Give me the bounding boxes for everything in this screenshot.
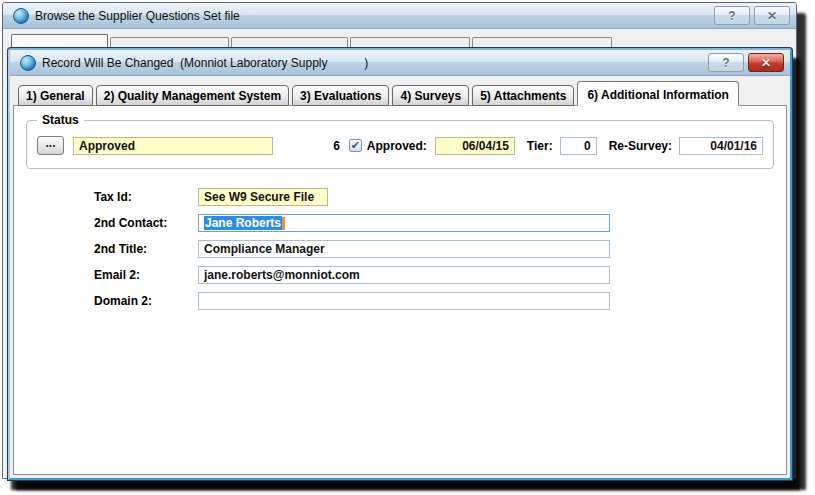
status-groupbox: Status ... Approved 6 ✔ Approved: 06/04/…	[26, 120, 774, 169]
screen: Browse the Supplier Questions Set file ?…	[0, 0, 815, 495]
additional-info-form: Tax Id: See W9 Secure File 2nd Contact: …	[14, 188, 786, 310]
second-contact-label: 2nd Contact:	[94, 216, 198, 230]
status-row: ... Approved 6 ✔ Approved: 06/04/15 Tier…	[37, 136, 763, 155]
text-caret	[282, 217, 285, 230]
tab-additional-information[interactable]: 6) Additional Information	[577, 81, 739, 106]
tab-quality-management-system[interactable]: 2) Quality Management System	[96, 85, 289, 106]
sequence-number: 6	[333, 139, 340, 153]
approved-date-field[interactable]: 06/04/15	[435, 137, 515, 155]
second-title-field[interactable]: Compliance Manager	[198, 240, 610, 258]
tab-attachments[interactable]: 5) Attachments	[472, 85, 574, 106]
approved-checkbox[interactable]: ✔	[349, 139, 362, 152]
second-contact-field[interactable]: Jane Roberts	[198, 214, 610, 232]
check-icon: ✔	[351, 140, 360, 151]
form-row: Domain 2:	[14, 292, 786, 310]
tab-bar: 1) General 2) Quality Management System …	[10, 76, 790, 105]
email2-field[interactable]: jane.roberts@monniot.com	[198, 266, 610, 284]
domain2-label: Domain 2:	[94, 294, 198, 308]
record-dialog-title: Record Will Be Changed (Monniot Laborato…	[42, 56, 704, 70]
resurvey-date-field[interactable]: 04/01/16	[679, 137, 763, 155]
close-button[interactable]: ✕	[748, 53, 784, 72]
status-groupbox-title: Status	[37, 113, 84, 127]
browse-window-title: Browse the Supplier Questions Set file	[35, 9, 710, 23]
app-icon	[13, 8, 29, 24]
app-icon	[20, 55, 36, 71]
form-row: 2nd Contact: Jane Roberts	[14, 214, 786, 232]
status-lookup-button[interactable]: ...	[37, 136, 64, 155]
approved-label: Approved:	[367, 139, 427, 153]
tier-label: Tier:	[527, 139, 553, 153]
email2-label: Email 2:	[94, 268, 198, 282]
tier-field[interactable]: 0	[560, 137, 597, 155]
browse-window-titlebar[interactable]: Browse the Supplier Questions Set file ?…	[3, 3, 796, 29]
tab-surveys[interactable]: 4) Surveys	[392, 85, 469, 106]
selected-text: Jane Roberts	[204, 216, 282, 230]
record-dialog-titlebar[interactable]: Record Will Be Changed (Monniot Laborato…	[10, 50, 790, 76]
form-row: Email 2: jane.roberts@monniot.com	[14, 266, 786, 284]
resurvey-label: Re-Survey:	[609, 139, 672, 153]
tax-id-field[interactable]: See W9 Secure File	[198, 188, 328, 206]
help-button[interactable]: ?	[708, 53, 744, 72]
tab-content-additional-information: Status ... Approved 6 ✔ Approved: 06/04/…	[13, 105, 787, 475]
record-dialog: Record Will Be Changed (Monniot Laborato…	[8, 48, 792, 480]
domain2-field[interactable]	[198, 292, 610, 310]
tax-id-label: Tax Id:	[94, 190, 198, 204]
form-row: 2nd Title: Compliance Manager	[14, 240, 786, 258]
status-field[interactable]: Approved	[73, 137, 273, 155]
form-row: Tax Id: See W9 Secure File	[14, 188, 786, 206]
tab-evaluations[interactable]: 3) Evaluations	[292, 85, 389, 106]
close-button[interactable]: ✕	[754, 6, 790, 25]
help-button[interactable]: ?	[714, 6, 750, 25]
tab-general[interactable]: 1) General	[18, 85, 93, 106]
second-title-label: 2nd Title:	[94, 242, 198, 256]
